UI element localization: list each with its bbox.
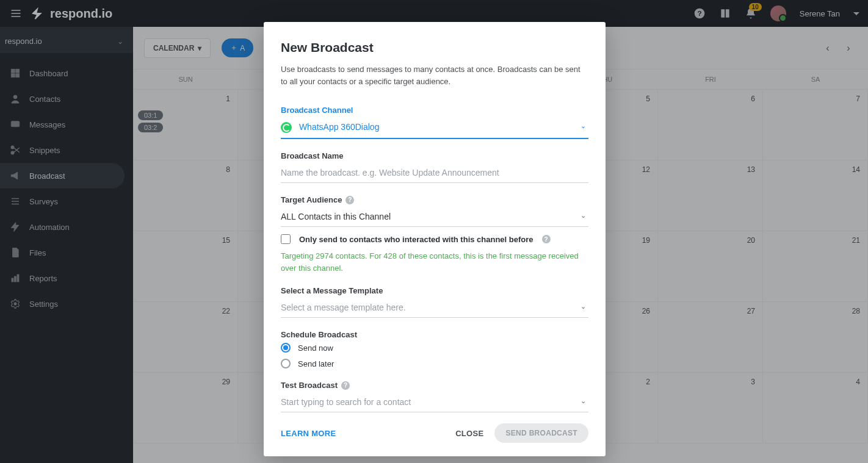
chevron-down-icon: ⌄ xyxy=(580,122,586,130)
targeting-note: Targeting 2974 contacts. For 428 of thes… xyxy=(281,250,588,274)
chevron-down-icon: ⌄ xyxy=(580,212,586,220)
radio-icon xyxy=(281,343,291,353)
channel-select[interactable]: WhatsApp 360Dialog ⌄ xyxy=(281,118,588,139)
new-broadcast-modal: New Broadcast Use broadcasts to send mes… xyxy=(264,22,606,456)
send-broadcast-button[interactable]: SEND BROADCAST xyxy=(494,423,588,443)
radio-icon xyxy=(281,359,291,368)
help-icon[interactable]: ? xyxy=(542,235,551,243)
send-now-option[interactable]: Send now xyxy=(281,343,588,353)
audience-label: Target Audience? xyxy=(281,195,588,204)
send-later-option[interactable]: Send later xyxy=(281,359,588,368)
channel-value: WhatsApp 360Dialog xyxy=(299,122,380,132)
schedule-label: Schedule Broadcast xyxy=(281,330,588,339)
chevron-down-icon: ⌄ xyxy=(580,303,586,310)
learn-more-link[interactable]: LEARN MORE xyxy=(281,429,336,438)
help-icon[interactable]: ? xyxy=(341,381,350,390)
modal-title: New Broadcast xyxy=(281,40,588,55)
modal-description: Use broadcasts to send messages to many … xyxy=(281,63,588,87)
test-contact-select[interactable]: Start typing to search for a contact ⌄ xyxy=(281,393,588,412)
channel-label: Broadcast Channel xyxy=(281,106,588,115)
template-select[interactable]: Select a message template here. ⌄ xyxy=(281,299,588,318)
test-label-text: Test Broadcast xyxy=(281,381,338,390)
test-placeholder: Start typing to search for a contact xyxy=(281,397,411,407)
whatsapp-icon xyxy=(281,122,292,133)
only-interacted-label: Only send to contacts who interacted wit… xyxy=(299,235,533,244)
test-label: Test Broadcast? xyxy=(281,381,588,390)
audience-value: ALL Contacts in this Channel xyxy=(281,212,391,221)
close-button[interactable]: CLOSE xyxy=(455,429,483,438)
chevron-down-icon: ⌄ xyxy=(580,397,586,405)
template-label: Select a Message Template xyxy=(281,286,588,295)
only-interacted-checkbox[interactable] xyxy=(281,234,291,244)
audience-select[interactable]: ALL Contacts in this Channel ⌄ xyxy=(281,208,588,227)
modal-footer: LEARN MORE CLOSE SEND BROADCAST xyxy=(264,415,606,456)
send-later-label: Send later xyxy=(298,359,334,368)
broadcast-name-input[interactable] xyxy=(281,164,588,183)
template-placeholder: Select a message template here. xyxy=(281,303,406,312)
send-now-label: Send now xyxy=(298,343,333,353)
audience-label-text: Target Audience xyxy=(281,195,342,204)
help-icon[interactable]: ? xyxy=(345,196,354,204)
name-label: Broadcast Name xyxy=(281,151,588,160)
